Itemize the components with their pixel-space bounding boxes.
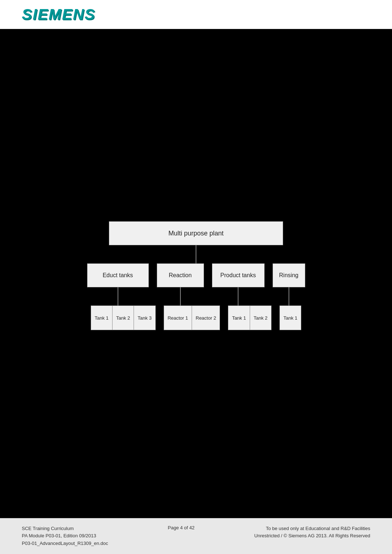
educt-tank-group: Tank 1 Tank 2 Tank 3 — [91, 305, 156, 330]
educt-tank-3: Tank 3 — [134, 306, 155, 330]
tank-gap-1 — [156, 305, 164, 330]
product-tank-2-label: Tank 2 — [254, 315, 268, 321]
gap-1 — [149, 263, 157, 287]
educt-tank-1-label: Tank 1 — [95, 315, 109, 321]
header: SIEMENS — [0, 0, 392, 29]
category-rinsing: Rinsing — [273, 263, 305, 287]
connector-top — [196, 245, 196, 263]
tank-gap-3 — [271, 305, 279, 330]
rinsing-tank-1-label: Tank 1 — [283, 315, 297, 321]
siemens-logo: SIEMENS — [22, 6, 95, 23]
reactor-tank-1-label: Reactor 1 — [168, 315, 188, 321]
footer-right: To be used only at Educational and R&D F… — [254, 525, 370, 540]
footer-right-line1: To be used only at Educational and R&D F… — [254, 525, 370, 533]
footer-left-line2: PA Module P03-01, Edition 09/2013 — [22, 532, 108, 540]
educt-label: Educt tanks — [103, 272, 133, 279]
tank-gap-2 — [220, 305, 228, 330]
footer-left-line3: P03-01_AdvancedLayout_R1309_en.doc — [22, 540, 108, 547]
reactor-tank-2-label: Reactor 2 — [196, 315, 216, 321]
connector-educt — [118, 287, 118, 305]
tank-row: Tank 1 Tank 2 Tank 3 Reactor 1 Reactor 2 — [91, 305, 302, 330]
reactor-tank-2: Reactor 2 — [192, 306, 220, 330]
reactor-tank-1: Reactor 1 — [164, 306, 192, 330]
gap-2 — [204, 263, 212, 287]
educt-tank-2: Tank 2 — [113, 306, 134, 330]
educt-tank-2-label: Tank 2 — [116, 315, 130, 321]
footer-right-line2: Unrestricted / © Siemens AG 2013. All Ri… — [254, 532, 370, 540]
connector-product — [238, 287, 238, 305]
educt-tank-1: Tank 1 — [91, 306, 113, 330]
product-tank-1: Tank 1 — [228, 306, 250, 330]
educt-tank-3-label: Tank 3 — [138, 315, 151, 321]
category-product: Product tanks — [212, 263, 265, 287]
gap-3 — [265, 263, 273, 287]
rinsing-label: Rinsing — [279, 272, 298, 279]
product-tank-2: Tank 2 — [250, 306, 271, 330]
connector-rinsing — [289, 287, 289, 305]
rinsing-tank-1: Tank 1 — [280, 306, 301, 330]
product-label: Product tanks — [220, 272, 256, 279]
top-box: Multi purpose plant — [109, 221, 283, 245]
footer-center: Page 4 of 42 — [168, 525, 195, 530]
page-number: Page 4 of 42 — [168, 525, 195, 530]
product-tank-group: Tank 1 Tank 2 — [228, 305, 271, 330]
connector-reaction — [180, 287, 181, 305]
diagram-container: Multi purpose plant Educt tanks Reaction… — [87, 221, 305, 330]
footer: SCE Training Curriculum PA Module P03-01… — [0, 518, 392, 554]
category-row: Educt tanks Reaction Product tanks Rinsi… — [87, 263, 305, 287]
main-content: Multi purpose plant Educt tanks Reaction… — [0, 29, 392, 522]
product-tank-1-label: Tank 1 — [232, 315, 246, 321]
category-reaction: Reaction — [157, 263, 204, 287]
reaction-label: Reaction — [169, 272, 192, 279]
category-educt: Educt tanks — [87, 263, 149, 287]
footer-left-line1: SCE Training Curriculum — [22, 525, 108, 533]
rinsing-tank-group: Tank 1 — [279, 305, 301, 330]
top-box-label: Multi purpose plant — [168, 230, 224, 237]
reactor-tank-group: Reactor 1 Reactor 2 — [164, 305, 220, 330]
footer-left: SCE Training Curriculum PA Module P03-01… — [22, 525, 108, 547]
